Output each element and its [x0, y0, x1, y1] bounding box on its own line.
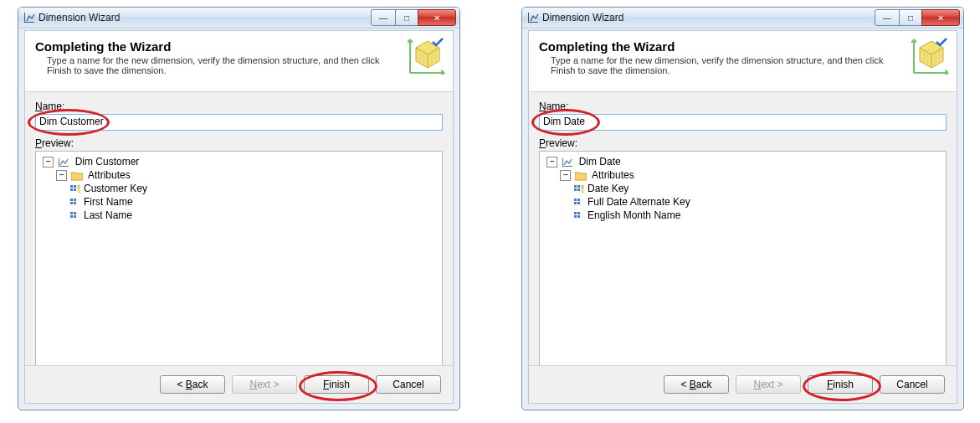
wizard-header: Completing the Wizard Type a name for th… — [25, 31, 453, 92]
attribute-label: Full Date Alternate Key — [587, 196, 690, 208]
svg-rect-16 — [70, 215, 73, 218]
cancel-button[interactable]: Cancel — [376, 375, 441, 394]
name-label: Name: — [35, 101, 443, 112]
close-button[interactable]: ✕ — [921, 9, 960, 26]
attribute-icon — [69, 198, 81, 208]
finish-button[interactable]: Finish — [304, 375, 369, 394]
svg-rect-13 — [74, 199, 76, 201]
svg-point-10 — [77, 185, 80, 188]
next-button: Next > — [736, 375, 801, 394]
maximize-button[interactable]: □ — [395, 9, 418, 26]
attribute-label: First Name — [84, 196, 133, 208]
dimension-icon — [527, 12, 539, 23]
tree-root[interactable]: − Dim Date − Attributes Date Key — [546, 155, 941, 222]
svg-rect-9 — [74, 188, 76, 191]
tree-root[interactable]: − Dim Customer − Attributes Customer Key — [43, 155, 437, 222]
attribute-label: Date Key — [587, 183, 629, 194]
next-button: Next > — [232, 375, 297, 394]
tree-root-label: Dim Customer — [75, 156, 140, 168]
name-label: Name: — [539, 101, 947, 112]
svg-rect-36 — [577, 212, 580, 214]
collapse-icon[interactable]: − — [560, 170, 571, 181]
tree-attribute-item[interactable]: Customer Key — [69, 182, 437, 195]
collapse-icon[interactable]: − — [56, 170, 67, 181]
svg-rect-15 — [70, 212, 73, 214]
svg-rect-34 — [574, 212, 577, 214]
collapse-icon[interactable]: − — [546, 157, 557, 168]
collapse-icon[interactable]: − — [43, 157, 54, 168]
svg-rect-31 — [574, 202, 577, 204]
svg-rect-12 — [70, 202, 73, 204]
back-button[interactable]: < Back — [664, 375, 729, 394]
back-button[interactable]: < Back — [160, 375, 225, 394]
close-button[interactable]: ✕ — [418, 9, 456, 26]
window-title: Dimension Wizard — [38, 12, 372, 23]
titlebar[interactable]: Dimension Wizard — □ ✕ — [522, 8, 963, 28]
wizard-window: Dimension Wizard — □ ✕ Completing the Wi… — [18, 7, 460, 410]
tree-attribute-item[interactable]: Last Name — [69, 209, 437, 222]
svg-rect-8 — [74, 185, 76, 188]
tree-attributes[interactable]: − Attributes Customer Key First Name Las… — [56, 168, 437, 222]
svg-rect-27 — [577, 185, 580, 188]
svg-rect-17 — [74, 212, 76, 214]
wizard-window: Dimension Wizard — □ ✕ Completing the Wi… — [521, 7, 964, 410]
preview-tree[interactable]: − Dim Date − Attributes Date Key — [539, 151, 947, 367]
attribute-icon — [69, 211, 81, 221]
dimension-icon — [23, 12, 35, 23]
svg-rect-33 — [577, 202, 580, 204]
svg-rect-11 — [70, 199, 73, 201]
svg-rect-6 — [70, 185, 73, 188]
titlebar[interactable]: Dimension Wizard — □ ✕ — [18, 8, 459, 28]
attribute-label: Last Name — [84, 209, 132, 221]
cancel-button[interactable]: Cancel — [880, 375, 945, 394]
window-title: Dimension Wizard — [542, 12, 875, 23]
attribute-icon — [573, 211, 585, 221]
page-title: Completing the Wizard — [35, 39, 443, 54]
minimize-button[interactable]: — — [371, 9, 396, 26]
attribute-icon — [573, 198, 585, 208]
name-input[interactable] — [539, 114, 947, 131]
svg-rect-7 — [70, 188, 73, 191]
svg-rect-26 — [574, 188, 577, 191]
name-input[interactable] — [35, 114, 443, 131]
svg-rect-32 — [577, 199, 580, 201]
dimension-node-icon — [562, 157, 573, 168]
tree-attribute-item[interactable]: First Name — [69, 195, 437, 209]
dimension-node-icon — [58, 157, 69, 168]
tree-attributes[interactable]: − Attributes Date Key Full Date Alternat… — [560, 168, 941, 222]
attributes-label: Attributes — [592, 169, 634, 181]
wizard-header: Completing the Wizard Type a name for th… — [529, 31, 957, 92]
svg-rect-37 — [577, 215, 580, 218]
key-attribute-icon — [573, 184, 585, 194]
finish-button[interactable]: Finish — [808, 375, 873, 394]
tree-root-label: Dim Date — [579, 156, 621, 168]
svg-point-29 — [581, 185, 583, 188]
cube-complete-icon — [911, 36, 950, 75]
tree-attribute-item[interactable]: Date Key — [573, 182, 941, 195]
tree-attribute-item[interactable]: English Month Name — [573, 209, 941, 222]
attribute-label: Customer Key — [84, 183, 147, 194]
tree-attribute-item[interactable]: Full Date Alternate Key — [573, 195, 941, 209]
page-description: Type a name for the new dimension, verif… — [47, 55, 393, 75]
page-description: Type a name for the new dimension, verif… — [551, 55, 896, 75]
svg-rect-30 — [574, 199, 577, 201]
svg-rect-35 — [574, 215, 577, 218]
preview-label: Preview: — [35, 137, 443, 149]
svg-rect-25 — [574, 185, 577, 188]
attributes-label: Attributes — [88, 169, 131, 181]
page-title: Completing the Wizard — [539, 39, 947, 54]
minimize-button[interactable]: — — [875, 9, 900, 26]
svg-rect-28 — [577, 188, 580, 191]
svg-rect-18 — [74, 215, 76, 218]
svg-rect-14 — [74, 202, 76, 204]
key-attribute-icon — [69, 184, 81, 194]
attribute-label: English Month Name — [587, 209, 680, 221]
maximize-button[interactable]: □ — [899, 9, 922, 26]
cube-complete-icon — [408, 36, 446, 75]
preview-label: Preview: — [539, 137, 947, 149]
folder-icon — [575, 171, 587, 181]
folder-icon — [71, 171, 83, 181]
preview-tree[interactable]: − Dim Customer − Attributes Customer Key — [35, 151, 443, 367]
